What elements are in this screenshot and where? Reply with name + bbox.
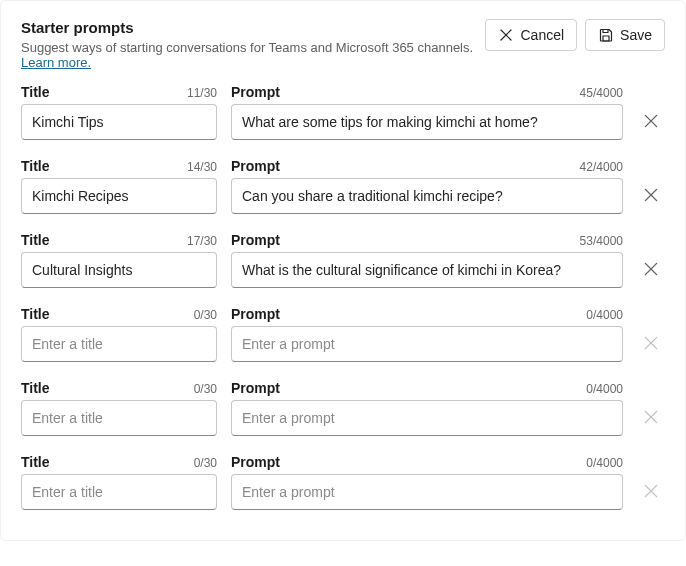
delete-row-button[interactable] [638, 108, 664, 137]
title-label: Title [21, 158, 50, 174]
subtitle-text: Suggest ways of starting conversations f… [21, 40, 473, 55]
title-counter: 0/30 [194, 382, 217, 396]
delete-row-button [638, 404, 664, 433]
prompt-counter: 0/4000 [586, 456, 623, 470]
prompt-counter: 42/4000 [580, 160, 623, 174]
title-counter: 17/30 [187, 234, 217, 248]
save-button-label: Save [620, 27, 652, 43]
title-input[interactable] [21, 474, 217, 510]
prompt-counter: 53/4000 [580, 234, 623, 248]
prompt-row: Title 11/30 Prompt 45/4000 [21, 84, 665, 140]
title-label: Title [21, 232, 50, 248]
prompt-counter: 45/4000 [580, 86, 623, 100]
title-input[interactable] [21, 326, 217, 362]
svg-rect-2 [603, 36, 609, 41]
title-counter: 0/30 [194, 308, 217, 322]
prompt-label: Prompt [231, 84, 280, 100]
title-input[interactable] [21, 104, 217, 140]
delete-row-button [638, 330, 664, 359]
title-counter: 14/30 [187, 160, 217, 174]
starter-prompts-panel: Starter prompts Suggest ways of starting… [0, 0, 686, 541]
prompt-input[interactable] [231, 252, 623, 288]
close-icon [642, 334, 660, 355]
close-icon [642, 408, 660, 429]
close-icon [642, 482, 660, 503]
prompt-input[interactable] [231, 178, 623, 214]
prompt-label: Prompt [231, 232, 280, 248]
prompt-counter: 0/4000 [586, 308, 623, 322]
close-icon [642, 186, 660, 207]
title-label: Title [21, 306, 50, 322]
svg-rect-3 [603, 30, 608, 33]
cancel-button[interactable]: Cancel [485, 19, 577, 51]
cancel-button-label: Cancel [520, 27, 564, 43]
delete-row-button[interactable] [638, 182, 664, 211]
close-icon [642, 260, 660, 281]
prompt-row: Title 0/30 Prompt 0/4000 [21, 380, 665, 436]
prompt-row: Title 0/30 Prompt 0/4000 [21, 454, 665, 510]
title-label: Title [21, 84, 50, 100]
learn-more-link[interactable]: Learn more. [21, 55, 91, 70]
prompt-label: Prompt [231, 158, 280, 174]
prompt-row: Title 14/30 Prompt 42/4000 [21, 158, 665, 214]
prompt-input[interactable] [231, 326, 623, 362]
title-input[interactable] [21, 400, 217, 436]
title-counter: 0/30 [194, 456, 217, 470]
delete-row-button [638, 478, 664, 507]
prompt-row: Title 17/30 Prompt 53/4000 [21, 232, 665, 288]
prompt-label: Prompt [231, 454, 280, 470]
prompt-row: Title 0/30 Prompt 0/4000 [21, 306, 665, 362]
close-icon [498, 27, 514, 43]
title-label: Title [21, 380, 50, 396]
save-button[interactable]: Save [585, 19, 665, 51]
delete-row-button[interactable] [638, 256, 664, 285]
title-input[interactable] [21, 252, 217, 288]
page-subtitle: Suggest ways of starting conversations f… [21, 40, 485, 70]
prompt-input[interactable] [231, 474, 623, 510]
prompt-input[interactable] [231, 400, 623, 436]
page-title: Starter prompts [21, 19, 485, 36]
title-input[interactable] [21, 178, 217, 214]
prompt-counter: 0/4000 [586, 382, 623, 396]
prompt-label: Prompt [231, 380, 280, 396]
title-label: Title [21, 454, 50, 470]
close-icon [642, 112, 660, 133]
prompt-label: Prompt [231, 306, 280, 322]
title-counter: 11/30 [187, 86, 217, 100]
save-icon [598, 27, 614, 43]
prompt-input[interactable] [231, 104, 623, 140]
